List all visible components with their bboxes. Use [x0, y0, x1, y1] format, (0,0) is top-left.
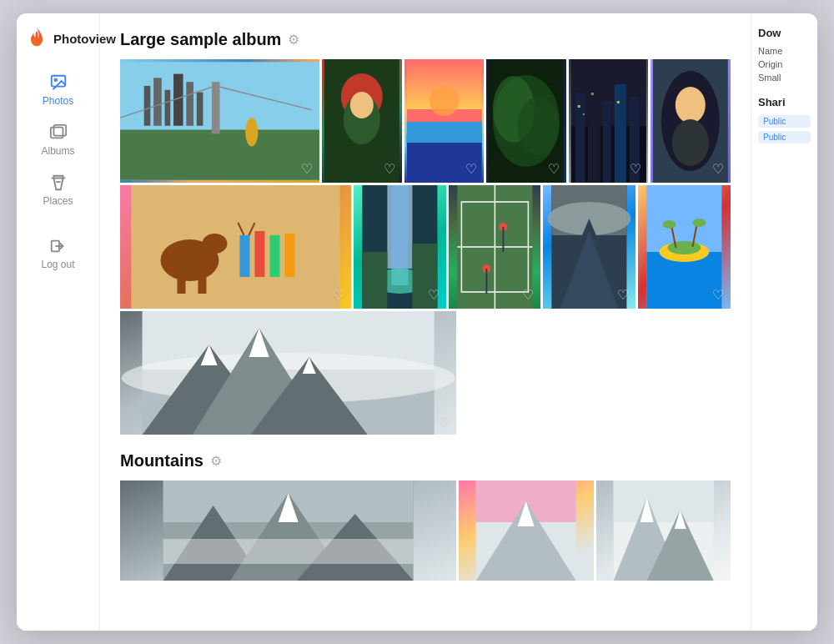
heart-icon[interactable]: ♡	[428, 287, 440, 303]
share-section: Shari Public Public	[758, 96, 811, 143]
photo-row-1: ♡ ♡	[120, 59, 731, 183]
photo-item[interactable]	[459, 480, 593, 581]
svg-point-46	[676, 87, 706, 123]
sidebar-item-albums[interactable]: Albums	[25, 117, 92, 164]
photo-item[interactable]	[596, 480, 731, 581]
heart-icon[interactable]: ♡	[438, 413, 450, 429]
svg-point-1	[54, 78, 57, 81]
share-badge-2[interactable]: Public	[758, 131, 811, 143]
heart-icon[interactable]: ♡	[465, 161, 477, 177]
sidebar-item-logout[interactable]: Log out	[25, 230, 92, 277]
photo-item[interactable]: ♡	[404, 59, 485, 183]
svg-point-23	[350, 92, 374, 118]
download-title: Dow	[758, 27, 811, 39]
sidebar: Photoview Photos Albums Places	[17, 13, 100, 631]
photo-item[interactable]: ♡	[638, 185, 731, 309]
logout-label: Log out	[41, 259, 74, 270]
photo-item[interactable]: ♡	[322, 59, 402, 183]
photos-icon	[49, 73, 68, 92]
svg-rect-55	[254, 231, 264, 277]
svg-rect-12	[165, 90, 171, 126]
heart-icon[interactable]: ♡	[384, 161, 395, 177]
album1-title: Large sample album	[120, 30, 281, 49]
photo-row-2: ♡ ♡	[120, 185, 731, 309]
album2-header: Mountains ⚙	[120, 451, 731, 470]
sidebar-item-places[interactable]: Places	[25, 167, 92, 214]
photo-item[interactable]: ♡	[449, 185, 541, 309]
svg-rect-57	[284, 234, 294, 277]
photo-item[interactable]: ♡	[651, 59, 731, 183]
logout-icon	[49, 237, 68, 255]
svg-point-47	[672, 119, 709, 166]
svg-rect-37	[603, 101, 611, 183]
heart-icon[interactable]: ♡	[333, 287, 344, 303]
album1-settings-icon[interactable]: ⚙	[288, 32, 299, 48]
photo-city-bridge	[120, 59, 319, 183]
photo-item[interactable]: ♡	[543, 185, 636, 309]
svg-point-53	[202, 234, 227, 254]
svg-rect-51	[177, 252, 185, 294]
svg-rect-11	[153, 78, 162, 125]
heart-icon[interactable]: ♡	[301, 161, 313, 177]
svg-point-86	[693, 219, 706, 227]
heart-icon[interactable]: ♡	[630, 161, 641, 177]
heart-icon[interactable]: ♡	[712, 161, 724, 177]
places-label: Places	[43, 195, 73, 207]
svg-rect-52	[198, 252, 206, 294]
photo-mountain-pink	[459, 480, 593, 581]
photo-item[interactable]	[120, 480, 456, 581]
photo-mural	[120, 185, 351, 309]
svg-rect-108	[613, 480, 713, 522]
heart-icon[interactable]: ♡	[712, 287, 724, 303]
svg-rect-14	[186, 82, 193, 126]
flame-icon	[25, 27, 48, 50]
photo-item[interactable]: ♡	[120, 311, 456, 435]
svg-rect-41	[583, 113, 585, 115]
photo-item[interactable]: ♡	[569, 59, 649, 183]
photo-item[interactable]: ♡	[120, 185, 351, 309]
svg-rect-10	[144, 86, 151, 126]
photos-label: Photos	[43, 95, 73, 107]
svg-rect-49	[131, 185, 339, 309]
right-panel: Dow Name Origin Small Shari Public Publi…	[751, 13, 817, 631]
share-title: Shari	[758, 96, 811, 108]
main-content: Large sample album ⚙	[100, 13, 751, 631]
svg-rect-54	[239, 235, 249, 277]
photo-item[interactable]: ♡	[486, 59, 566, 183]
album1-header: Large sample album ⚙	[120, 30, 731, 49]
photo-mountain-mist	[120, 480, 456, 581]
download-item-original[interactable]: Origin	[758, 59, 811, 69]
svg-rect-56	[269, 235, 279, 277]
photo-mountain-snow	[596, 480, 731, 581]
svg-rect-64	[362, 252, 387, 309]
svg-rect-15	[197, 93, 203, 126]
svg-point-19	[245, 118, 258, 146]
album2-settings-icon[interactable]: ⚙	[210, 453, 222, 469]
svg-rect-18	[212, 82, 220, 133]
svg-rect-40	[578, 105, 580, 108]
svg-rect-43	[617, 101, 620, 103]
svg-point-32	[518, 97, 560, 155]
album2-title: Mountains	[120, 451, 203, 470]
svg-rect-101	[163, 539, 414, 564]
download-section: Dow Name Origin Small	[758, 27, 811, 83]
photo-item[interactable]: ♡	[354, 185, 446, 309]
albums-icon	[49, 123, 68, 142]
svg-point-82	[668, 241, 701, 254]
mountains-grid	[120, 480, 731, 581]
photo-item[interactable]: ♡	[120, 59, 319, 183]
heart-icon[interactable]: ♡	[548, 161, 560, 177]
svg-rect-42	[591, 93, 594, 95]
sidebar-item-photos[interactable]: Photos	[25, 67, 92, 113]
svg-point-28	[429, 86, 459, 116]
albums-label: Albums	[41, 145, 74, 157]
heart-icon[interactable]: ♡	[522, 287, 534, 303]
download-item-name[interactable]: Name	[758, 46, 811, 56]
heart-icon[interactable]: ♡	[617, 287, 629, 303]
share-badge-1[interactable]: Public	[758, 115, 811, 128]
photo-row-3: ♡	[120, 311, 731, 435]
svg-point-84	[663, 220, 676, 229]
svg-rect-8	[120, 126, 319, 180]
download-item-small[interactable]: Small	[758, 73, 811, 83]
places-icon	[49, 174, 68, 192]
